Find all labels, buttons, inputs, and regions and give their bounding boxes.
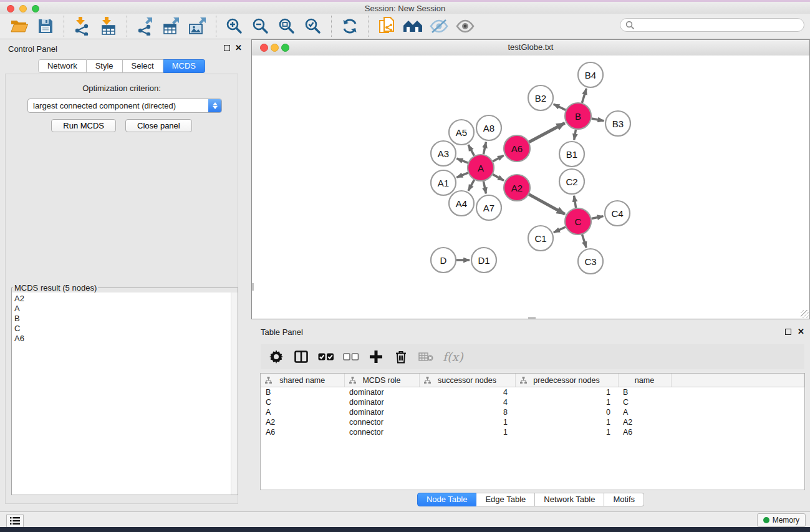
tab-select[interactable]: Select: [123, 59, 163, 73]
hide-selected-icon[interactable]: [428, 16, 450, 37]
add-icon[interactable]: [368, 349, 384, 365]
zoom-in-icon[interactable]: [224, 16, 245, 37]
table-cell[interactable]: A6: [261, 427, 344, 437]
table-cell[interactable]: connector: [344, 417, 419, 427]
graph-edge-A-A4[interactable]: [468, 180, 475, 190]
table-cell[interactable]: A6: [618, 427, 671, 437]
table-cell[interactable]: A2: [261, 417, 344, 427]
graph-edge-B-B2[interactable]: [554, 104, 566, 110]
zoom-out-icon[interactable]: [250, 16, 271, 37]
column-header-mcds-role[interactable]: MCDS role: [344, 374, 419, 387]
task-history-button[interactable]: [6, 514, 24, 528]
select-all-rows-icon[interactable]: [318, 349, 334, 365]
column-header-shared-name[interactable]: shared name: [261, 374, 344, 387]
float-table-panel-icon[interactable]: [785, 329, 791, 335]
graph-edge-A-A3[interactable]: [456, 158, 468, 163]
export-image-icon[interactable]: [187, 16, 208, 37]
mcds-result-item[interactable]: A: [14, 304, 238, 314]
float-panel-icon[interactable]: [224, 45, 230, 51]
optimization-criterion-select[interactable]: largest connected component (directed): [27, 99, 222, 113]
graph-edge-A-A7[interactable]: [483, 181, 486, 194]
table-row[interactable]: Bdominator41B: [261, 387, 804, 398]
graph-edge-C-C4[interactable]: [592, 216, 604, 219]
graph-edge-C-C1[interactable]: [554, 227, 566, 233]
graph-edge-A-A2[interactable]: [493, 175, 504, 181]
graph-edge-A6-B[interactable]: [529, 123, 564, 142]
canvas-scroll-thumb-vertical[interactable]: [252, 283, 254, 291]
table-cell[interactable]: A: [618, 407, 671, 417]
graph-edge-B-B3[interactable]: [592, 118, 604, 121]
export-table-icon[interactable]: [161, 16, 182, 37]
run-mcds-button[interactable]: Run MCDS: [51, 119, 116, 132]
show-column-icon[interactable]: [293, 349, 309, 365]
table-cell[interactable]: 1: [515, 417, 618, 427]
table-cell[interactable]: 1: [515, 387, 618, 398]
mcds-result-item[interactable]: A6: [14, 334, 238, 344]
tab-network[interactable]: Network: [38, 59, 87, 73]
table-settings-icon[interactable]: [268, 349, 284, 365]
graph-edge-C-C3[interactable]: [582, 235, 587, 248]
table-cell[interactable]: dominator: [344, 387, 419, 398]
tab-motifs[interactable]: Motifs: [604, 493, 644, 506]
search-input[interactable]: [635, 20, 793, 31]
canvas-scroll-thumb-horizontal[interactable]: [528, 317, 536, 319]
table-cell[interactable]: 1: [419, 417, 515, 427]
zoom-selected-icon[interactable]: [302, 16, 324, 37]
table-cell[interactable]: 4: [419, 387, 515, 398]
graph-edge-A-A1[interactable]: [456, 173, 468, 177]
table-cell[interactable]: C: [618, 397, 671, 407]
table-cell[interactable]: B: [261, 387, 344, 398]
delete-table-icon[interactable]: [418, 349, 434, 365]
graph-edge-B-B1[interactable]: [574, 130, 576, 140]
table-cell[interactable]: connector: [344, 427, 419, 437]
graph-edge-A-A8[interactable]: [483, 142, 486, 155]
memory-button[interactable]: Memory: [757, 513, 806, 527]
clone-network-icon[interactable]: [376, 16, 397, 37]
tab-mcds[interactable]: MCDS: [163, 59, 205, 73]
table-row[interactable]: A6connector11A6: [261, 427, 804, 437]
refresh-layout-icon[interactable]: [339, 16, 360, 37]
column-header-successor-nodes[interactable]: successor nodes: [419, 374, 515, 387]
close-table-panel-icon[interactable]: ✕: [798, 327, 804, 336]
column-header-predecessor-nodes[interactable]: predecessor nodes: [515, 374, 618, 387]
import-network-icon[interactable]: [72, 16, 93, 37]
mcds-result-item[interactable]: C: [14, 324, 238, 334]
search-field[interactable]: [620, 18, 804, 32]
mcds-result-item[interactable]: B: [14, 314, 238, 324]
open-session-icon[interactable]: [9, 16, 30, 37]
close-panel-icon[interactable]: ✕: [235, 43, 242, 52]
graph-edge-A-A6[interactable]: [493, 155, 503, 161]
save-session-icon[interactable]: [35, 16, 56, 37]
zoom-fit-icon[interactable]: [276, 16, 297, 37]
mcds-result-item[interactable]: A2: [14, 294, 238, 304]
show-all-icon[interactable]: [455, 16, 476, 37]
table-cell[interactable]: C: [261, 397, 344, 407]
table-row[interactable]: Adominator80A: [261, 407, 804, 417]
tab-network-table[interactable]: Network Table: [535, 493, 604, 506]
graph-edge-A2-C[interactable]: [529, 195, 565, 215]
first-neighbors-icon[interactable]: [402, 16, 423, 37]
table-cell[interactable]: 4: [419, 397, 515, 407]
table-cell[interactable]: dominator: [344, 407, 419, 417]
table-cell[interactable]: 1: [419, 427, 515, 437]
table-cell[interactable]: B: [618, 387, 671, 398]
graph-edge-A-A5[interactable]: [468, 145, 475, 155]
close-panel-button[interactable]: Close panel: [125, 119, 192, 132]
table-cell[interactable]: A: [261, 407, 344, 417]
table-row[interactable]: Cdominator41C: [261, 397, 804, 407]
table-cell[interactable]: 8: [419, 407, 515, 417]
tab-style[interactable]: Style: [87, 59, 123, 73]
delete-icon[interactable]: [393, 349, 409, 365]
table-cell[interactable]: 0: [515, 407, 618, 417]
column-header-name[interactable]: name: [618, 374, 671, 387]
graph-edge-C-C2[interactable]: [574, 196, 576, 208]
table-cell[interactable]: dominator: [344, 397, 419, 407]
table-cell[interactable]: 1: [515, 427, 618, 437]
network-canvas[interactable]: AA1A2A3A4A5A6A7A8BB1B2B3B4CC1C2C3C4DD1: [252, 56, 809, 319]
tab-node-table[interactable]: Node Table: [417, 493, 477, 506]
function-builder-icon[interactable]: f(x): [443, 350, 463, 364]
table-cell[interactable]: A2: [618, 417, 671, 427]
graph-edge-B-B4[interactable]: [582, 89, 586, 103]
deselect-all-rows-icon[interactable]: [343, 349, 359, 365]
import-table-icon[interactable]: [98, 16, 119, 37]
